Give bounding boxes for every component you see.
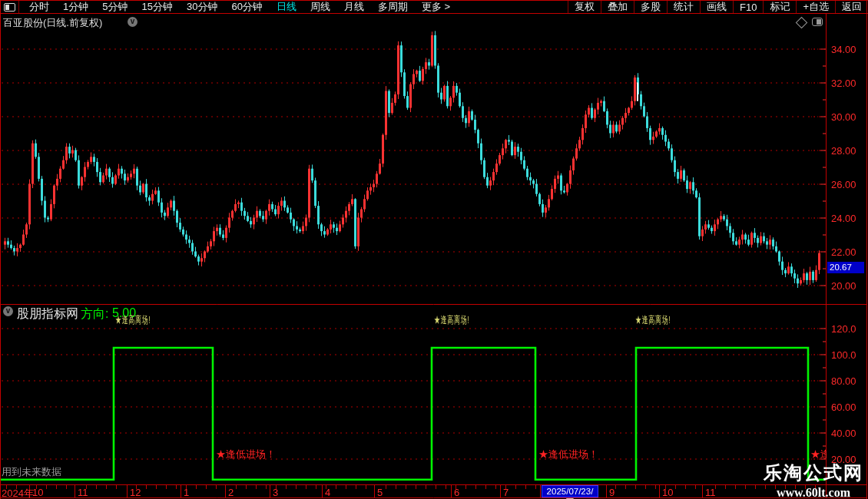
buy-signal-label: ★逢低进场！ [538,448,598,461]
month-label: 1 [184,487,189,498]
last-price-value: 20.67 [830,263,852,272]
price-axis-label: 32.00 [831,78,866,89]
indicator-axis-label: 100.0 [831,349,866,361]
indicator-axis-label: 40.00 [831,428,866,439]
month-label: 12 [130,487,141,498]
month-label: 3 [273,487,278,498]
price-axis-label: 22.00 [831,246,866,258]
period-tab-5分钟[interactable]: 5分钟 [95,0,134,14]
month-label: 5 [377,487,383,498]
watermark-site-name: 乐淘公式网 [764,461,863,485]
diamond-icon[interactable] [796,17,808,29]
toolbar-button-F10[interactable]: F10 [733,1,763,13]
month-label: 10 [662,487,673,498]
month-label: 7 [503,487,509,498]
cursor-date-badge: 2025/07/23/三 [542,485,598,497]
panel-layout-icon[interactable] [812,18,823,26]
toolbar-button-叠加[interactable]: 叠加 [601,1,634,13]
price-axis-label: 24.00 [831,213,866,224]
toolbar-button-标记[interactable]: 标记 [763,1,796,13]
price-axis-label: 28.00 [831,145,866,157]
period-tab-更多 >[interactable]: 更多 > [415,0,457,14]
sell-signal-label: ★逢高离场! [635,313,671,327]
toolbar-button-+自选[interactable]: +自选 [796,1,835,13]
month-label: 2 [228,487,234,498]
month-label: 4 [325,487,330,498]
buy-signal-label: ★逢低进场！ [216,448,276,461]
year-label: 2024年 [2,487,34,499]
period-tab-分时[interactable]: 分时 [22,0,56,14]
period-tab-日线[interactable]: 日线 [270,0,303,14]
toolbar-button-多股[interactable]: 多股 [634,1,667,13]
month-label: 11 [705,487,716,498]
month-label: 11 [78,487,88,498]
window-split-icon [4,3,15,12]
indicator-plot-overlay: ★逢高离场!★逢高离场!★逢高离场!★逢低进场！★逢低进场！★逢低进场！ [0,306,827,484]
month-label: 6 [454,487,459,498]
price-axis-label: 34.00 [831,44,866,55]
price-axis-label: 30.00 [831,111,866,123]
price-axis-label: 20.00 [831,280,866,292]
toolbar-actions: 复权叠加多股统计画线F10标记+自选返回 [568,1,868,13]
last-price-marker: 20.67 [827,262,864,273]
toolbar-button-复权[interactable]: 复权 [568,1,601,13]
month-label: 9 [609,487,615,498]
layout-split-button[interactable] [0,1,19,13]
indicator-axis-label: 80.00 [831,375,866,387]
toolbar: 分时1分钟5分钟15分钟30分钟60分钟日线周线月线多周期更多 > 复权叠加多股… [0,0,868,14]
toolbar-button-统计[interactable]: 统计 [667,1,700,13]
title-row: 百亚股份(日线.前复权) v [0,15,868,28]
toolbar-button-返回[interactable]: 返回 [835,1,868,13]
indicator-axis-label: 120.0 [831,323,866,335]
watermark: 乐淘公式网 www.60lt.com [764,461,863,499]
period-tab-多周期[interactable]: 多周期 [371,0,415,14]
period-tab-30分钟[interactable]: 30分钟 [180,0,224,14]
period-tab-60分钟[interactable]: 60分钟 [224,0,269,14]
watermark-site-url: www.60lt.com [764,486,863,499]
page-title: 百亚股份(日线.前复权) [3,16,102,30]
date-axis: 2024年 1011121234567891011 2025/07/23/三 [0,484,868,499]
app-window: 分时1分钟5分钟15分钟30分钟60分钟日线周线月线多周期更多 > 复权叠加多股… [0,0,868,499]
sell-signal-label: ★逢高离场! [434,313,469,327]
period-tab-月线[interactable]: 月线 [337,0,371,14]
toolbar-button-画线[interactable]: 画线 [700,1,733,13]
period-tab-15分钟[interactable]: 15分钟 [134,0,179,14]
indicator-axis-label: 60.00 [831,402,866,413]
period-tabs: 分时1分钟5分钟15分钟30分钟60分钟日线周线月线多周期更多 > [22,0,457,14]
month-label: 10 [32,487,43,498]
price-axis-label: 26.00 [831,179,866,190]
period-tab-1分钟[interactable]: 1分钟 [56,0,95,14]
future-data-note: 用到未来数据 [2,465,61,479]
buy-signal-label: ★逢低进场！ [810,448,827,461]
period-tab-周线[interactable]: 周线 [303,0,337,14]
chevron-down-icon[interactable]: v [128,17,137,27]
sell-signal-label: ★逢高离场! [115,313,151,327]
